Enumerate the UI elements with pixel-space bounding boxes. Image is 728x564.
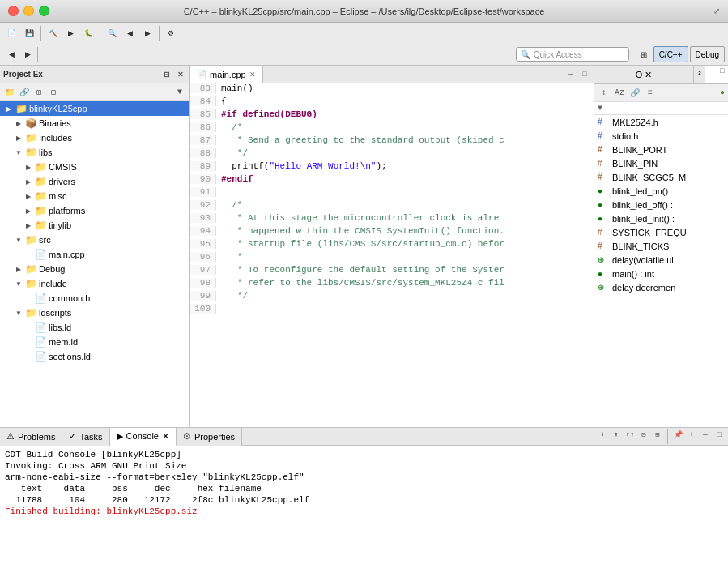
outline-tab[interactable]: O ✕ [594,66,694,83]
console-toolbar-5[interactable]: ⊞ [652,429,663,441]
outline-item[interactable]: # SYSTICK_FREQU [594,225,728,239]
console-pin-icon[interactable]: 📌 [672,429,683,441]
line-content[interactable]: * happened within the CMSIS SystemInit()… [216,226,594,236]
tree-item[interactable]: ▶ 📁 misc [0,189,189,203]
tree-item[interactable]: 📄 main.cpp [0,247,189,262]
console-toolbar-2[interactable]: ⬆ [611,429,622,441]
outline-filter-icon[interactable]: ≡ [644,87,657,100]
minimize-editor-icon[interactable]: ─ [565,69,577,80]
outline-item[interactable]: ● blink_led_off() : [594,198,728,212]
line-content[interactable]: */ [216,291,594,301]
line-content[interactable]: #endif [216,174,594,184]
line-content[interactable]: * At this stage the microcontroller cloc… [216,213,594,223]
outline-item[interactable]: # BLINK_PORT [594,143,728,156]
perspective-debug[interactable]: Debug [690,46,725,62]
tree-item[interactable]: 📄 common.h [0,291,189,306]
new-folder-btn[interactable]: 📁 [3,86,16,99]
toolbar-save-btn[interactable]: 💾 [21,24,37,42]
outline-item[interactable]: ● main() : int [594,267,728,280]
toolbar-fwd-btn[interactable]: ▶ [139,24,155,42]
tab-close-icon[interactable]: ✕ [249,70,256,79]
line-content[interactable]: printf("Hello ARM World!\n"); [216,161,594,171]
editor-tab-main-cpp[interactable]: 📄 main.cpp ✕ [190,66,263,83]
tree-item[interactable]: 📄 sections.ld [0,349,189,364]
outline-item[interactable]: ● blink_led_on() : [594,184,728,198]
maximize-button[interactable] [39,6,49,16]
code-editor[interactable]: 83 main() 84 { 85 #if defined(DEBUG) 86 … [190,83,594,427]
toolbar-debug-btn[interactable]: 🐛 [80,24,96,42]
outline-item[interactable]: # BLINK_TICKS [594,239,728,253]
toolbar-extern-tools-btn[interactable]: ⚙ [163,24,179,42]
tree-item[interactable]: ▶ 📁 Includes [0,130,189,145]
line-content[interactable]: * To reconfigure the default setting of … [216,265,594,275]
outline-expand-arrow[interactable]: ▼ [594,102,728,115]
tree-item[interactable]: ▼ 📁 include [0,276,189,291]
close-button[interactable] [8,6,19,16]
open-perspective-btn[interactable]: ⊞ [636,45,652,63]
bottom-tab-problems[interactable]: ⚠ Problems [0,428,62,446]
outline-item[interactable]: # BLINK_SCGC5_M [594,170,728,184]
bottom-tab-tasks[interactable]: ✓ Tasks [62,428,109,446]
toolbar-run-btn[interactable]: ▶ [62,24,79,42]
tree-item[interactable]: 📄 mem.ld [0,335,189,349]
line-content[interactable]: { [216,96,594,106]
outline-item[interactable]: # stdio.h [594,129,728,143]
outline-item[interactable]: # BLINK_PIN [594,156,728,170]
outline-item[interactable]: ● blink_led_init() : [594,212,728,225]
minimize-button[interactable] [23,6,34,16]
outline-alpha-icon[interactable]: Az [613,87,626,100]
view-menu-btn[interactable]: ▼ [173,86,186,99]
minimize-outline-icon[interactable]: ─ [705,66,717,77]
tree-item[interactable]: ▼ 📁 src [0,233,189,247]
close-panel-icon[interactable]: ✕ [175,69,186,80]
line-content[interactable]: */ [216,148,594,158]
tree-item[interactable]: 📄 libs.ld [0,320,189,335]
line-content[interactable]: * startup file (libs/CMSIS/src/startup_c… [216,239,594,249]
toolbar-nav-fwd[interactable]: ▶ [19,45,36,63]
toolbar-new-btn[interactable]: 📄 [3,24,19,42]
line-content[interactable]: * Send a greeting to the standard output… [216,135,594,145]
line-content[interactable]: main() [216,83,594,93]
toolbar-build-btn[interactable]: 🔨 [45,24,61,42]
outline-item[interactable]: ⊕ delay(volatile ui [594,253,728,267]
console-toolbar-4[interactable]: ⊡ [638,429,649,441]
quick-access-input[interactable]: 🔍 Quick Access [516,47,629,62]
collapse-all-icon[interactable]: ⊟ [161,69,172,80]
outline-item[interactable]: # MKL25Z4.h [594,115,728,129]
collapse-tree-btn[interactable]: ⊟ [47,86,60,99]
tree-item[interactable]: ▶ 📁 tinylib [0,218,189,233]
minimize-bottom-icon[interactable]: ─ [700,429,711,441]
tree-item[interactable]: ▶ 📁 platforms [0,203,189,218]
toolbar-back-btn[interactable]: ◀ [121,24,138,42]
tree-item[interactable]: ▶ 📦 Binaries [0,116,189,130]
line-content[interactable]: * [216,252,594,262]
console-toolbar-3[interactable]: ⬆⬆ [624,429,636,441]
line-content[interactable]: /* [216,200,594,210]
maximize-bottom-icon[interactable]: □ [713,429,725,441]
toolbar-search-btn[interactable]: 🔍 [104,24,120,42]
tree-item[interactable]: ▼ 📁 libs [0,145,189,160]
toolbar-nav-back[interactable]: ◀ [3,45,19,63]
maximize-outline-icon[interactable]: □ [717,66,728,77]
console-new-icon[interactable]: + [686,429,697,441]
console-tab-close[interactable]: ✕ [162,431,169,442]
bottom-tab-properties[interactable]: ⚙ Properties [177,428,242,446]
tree-item[interactable]: ▶ 📁 CMSIS [0,160,189,174]
tree-item[interactable]: ▼ 📁 ldscripts [0,306,189,320]
console-toolbar-1[interactable]: ⬇ [597,429,608,441]
bottom-tab-console[interactable]: ▶ Console ✕ [110,428,177,446]
outline-item[interactable]: ⊕ delay decremen [594,280,728,294]
line-content[interactable]: * refer to the libs/CMSIS/src/system_MKL… [216,278,594,288]
expand-all-btn[interactable]: ⊞ [32,86,45,99]
resize-icon[interactable]: ⤢ [713,6,720,16]
perspective-cpp[interactable]: C/C++ [653,46,688,62]
tree-item[interactable]: ▶ 📁 blinkyKL25cpp [0,101,189,116]
tree-item[interactable]: ▶ 📁 Debug [0,262,189,276]
link-files-btn[interactable]: 🔗 [18,86,31,99]
outline-sort-icon[interactable]: ↕ [598,87,611,100]
line-content[interactable]: #if defined(DEBUG) [216,109,594,119]
line-content[interactable]: /* [216,122,594,132]
outline-link-icon[interactable]: 🔗 [628,87,641,100]
tree-item[interactable]: ▶ 📁 drivers [0,174,189,189]
maximize-editor-icon[interactable]: □ [579,69,590,80]
